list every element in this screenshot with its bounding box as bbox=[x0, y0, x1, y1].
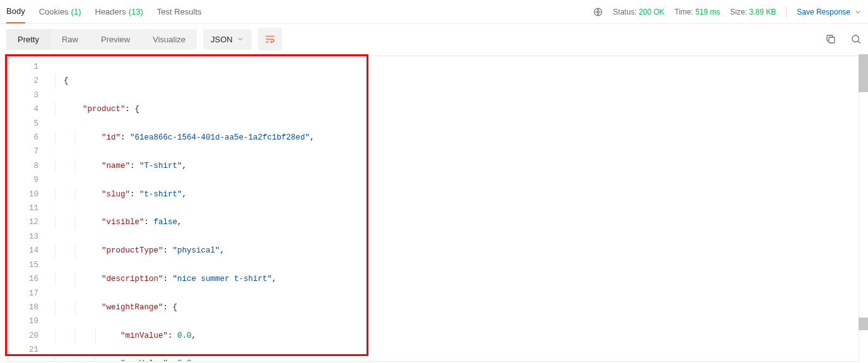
status-code: Status: 200 OK bbox=[613, 8, 664, 16]
view-pretty[interactable]: Pretty bbox=[6, 29, 50, 50]
tab-headers-label: Headers bbox=[95, 7, 126, 16]
copy-button[interactable] bbox=[825, 33, 836, 45]
format-select[interactable]: JSON bbox=[203, 29, 252, 50]
code-line: "slug": "t-shirt", bbox=[45, 187, 859, 201]
save-response-label: Save Response bbox=[797, 8, 850, 16]
tab-test-results[interactable]: Test Results bbox=[157, 0, 202, 23]
tab-cookies-count: (1) bbox=[71, 7, 81, 16]
code-line: "maxValue": 0.2 bbox=[45, 357, 859, 362]
scrollbar-marker bbox=[859, 318, 868, 330]
code-line: "name": "T-shirt", bbox=[45, 159, 859, 173]
response-tabs: Body Cookies(1) Headers(13) Test Results bbox=[6, 0, 202, 23]
view-mode-group: Pretty Raw Preview Visualize bbox=[6, 29, 197, 50]
code-line: "visible": false, bbox=[45, 215, 859, 229]
wrap-lines-button[interactable] bbox=[258, 28, 282, 51]
toolbar-left: Pretty Raw Preview Visualize JSON bbox=[6, 28, 282, 51]
wrap-icon bbox=[264, 33, 276, 45]
tab-body-label: Body bbox=[6, 6, 25, 16]
status-area: Status: 200 OK Time: 519 ms Size: 3.89 K… bbox=[593, 6, 862, 18]
save-response-button[interactable]: Save Response bbox=[797, 8, 862, 16]
chevron-down-icon bbox=[854, 8, 862, 16]
json-editor[interactable]: 1 2 3 4 5 6 7 8 9 10 11 12 13 14 15 16 1… bbox=[8, 56, 859, 362]
copy-icon bbox=[825, 33, 836, 45]
toolbar-right bbox=[825, 33, 862, 45]
body-toolbar: Pretty Raw Preview Visualize JSON bbox=[0, 24, 868, 54]
code-line: { bbox=[45, 74, 859, 88]
scrollbar-thumb[interactable] bbox=[859, 54, 868, 92]
divider bbox=[786, 6, 787, 18]
code-scroll[interactable]: 1 2 3 4 5 6 7 8 9 10 11 12 13 14 15 16 1… bbox=[0, 54, 868, 363]
code-line: "minValue": 0.0, bbox=[45, 329, 859, 343]
chevron-down-icon bbox=[237, 35, 244, 43]
line-gutter: 1 2 3 4 5 6 7 8 9 10 11 12 13 14 15 16 1… bbox=[8, 56, 45, 357]
view-visualize[interactable]: Visualize bbox=[141, 29, 197, 50]
code-line: "description": "nice summer t-shirt", bbox=[45, 272, 859, 286]
code-line: "product": { bbox=[45, 102, 859, 116]
format-select-label: JSON bbox=[211, 35, 233, 44]
svg-rect-1 bbox=[829, 37, 835, 43]
tab-cookies-label: Cookies bbox=[39, 7, 69, 16]
code-line: "id": "61ea866c-1564-401d-aa5e-1a2fc1bf2… bbox=[45, 131, 859, 145]
scrollbar[interactable] bbox=[859, 54, 868, 363]
tab-cookies[interactable]: Cookies(1) bbox=[39, 0, 81, 23]
search-icon bbox=[850, 33, 862, 45]
view-preview[interactable]: Preview bbox=[90, 29, 141, 50]
response-tabs-bar: Body Cookies(1) Headers(13) Test Results… bbox=[0, 0, 868, 24]
tab-headers[interactable]: Headers(13) bbox=[95, 0, 143, 23]
globe-icon[interactable] bbox=[593, 7, 603, 17]
tab-headers-count: (13) bbox=[129, 7, 143, 16]
view-raw[interactable]: Raw bbox=[50, 29, 90, 50]
tab-body[interactable]: Body bbox=[6, 0, 25, 23]
code-area: 1 2 3 4 5 6 7 8 9 10 11 12 13 14 15 16 1… bbox=[0, 54, 868, 363]
search-button[interactable] bbox=[850, 33, 862, 45]
status-time: Time: 519 ms bbox=[674, 8, 720, 16]
code-lines: { "product": { "id": "61ea866c-1564-401d… bbox=[45, 56, 859, 362]
tab-test-results-label: Test Results bbox=[157, 7, 202, 16]
code-line: "productType": "physical", bbox=[45, 244, 859, 258]
svg-point-2 bbox=[852, 35, 859, 42]
code-line: "weightRange": { bbox=[45, 301, 859, 314]
status-size: Size: 3.89 KB bbox=[730, 8, 777, 16]
